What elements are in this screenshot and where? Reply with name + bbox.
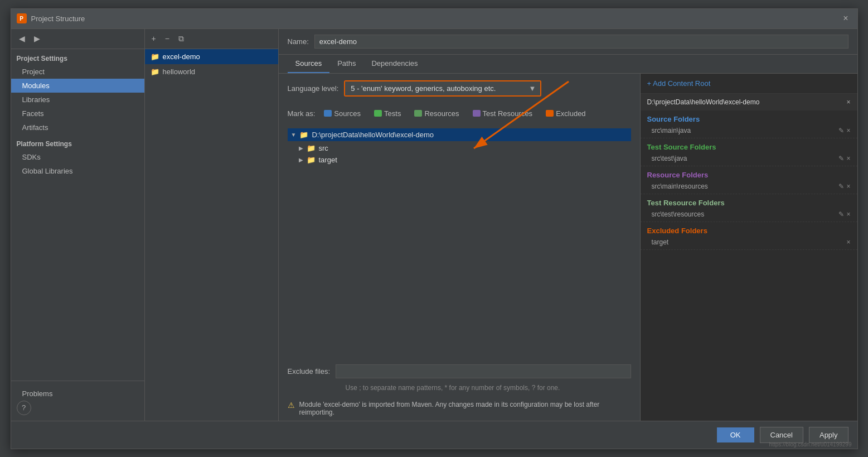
tree-root-item[interactable]: ▼ 📁 D:\projectData\helloWorld\excel-demo [288,128,631,141]
sidebar-item-problems[interactable]: Problems [17,387,139,401]
language-level-select-wrapper: 5 - 'enum' keyword, generics, autoboxing… [344,80,541,97]
name-input[interactable] [314,35,848,49]
tree-item-target[interactable]: ▶ 📁 target [299,154,631,166]
excluded-color-icon [546,110,554,117]
module-folder-icon: 📁 [151,52,159,61]
mark-excluded-button[interactable]: Excluded [541,108,590,119]
content-root-header: D:\projectData\helloWorld\excel-demo × [641,94,857,110]
remove-resource-folder-button[interactable]: × [846,182,850,190]
remove-source-folder-button[interactable]: × [846,127,850,134]
root-path-label: D:\projectData\helloWorld\excel-demo [312,131,434,139]
platform-settings-label: Platform Settings [11,134,144,150]
target-folder-icon: 📁 [307,156,316,164]
module-item-helloworld[interactable]: 📁 helloworld [145,64,278,79]
app-icon: P [17,13,27,23]
sidebar-bottom: Problems ? [11,381,144,421]
src-expand-icon: ▶ [299,145,303,151]
target-label: target [319,156,337,164]
mark-tests-button[interactable]: Tests [370,108,405,119]
copy-module-button[interactable]: ⧉ [176,33,186,45]
warning-row: ⚠ Module 'excel-demo' is imported from M… [279,396,640,421]
content-area: ◀ ▶ Project Settings Project Modules Lib… [11,29,857,421]
excluded-path: target [652,238,669,246]
module-list: + − ⧉ 📁 excel-demo 📁 helloworld [145,29,279,421]
language-level-select[interactable]: 5 - 'enum' keyword, generics, autoboxing… [345,81,540,95]
name-label: Name: [288,37,309,46]
sidebar-item-project[interactable]: Project [11,65,144,79]
resource-path: src\main\resources [652,182,708,190]
tab-sources[interactable]: Sources [288,55,330,73]
test-resource-folders-path-row: src\test\resources ✎ × [641,209,857,222]
edit-source-folder-button[interactable]: ✎ [838,127,844,134]
content-root-path: D:\projectData\helloWorld\excel-demo [647,98,760,106]
sidebar-item-facets[interactable]: Facets [11,107,144,121]
source-folders-header: Source Folders [641,110,857,126]
src-folder-icon: 📁 [307,144,316,152]
resource-folders-header: Resource Folders [641,166,857,181]
remove-excluded-folder-button[interactable]: × [846,238,850,246]
test-source-folders-path-row: src\test\java ✎ × [641,153,857,166]
excluded-folders-header: Excluded Folders [641,222,857,237]
module-item-excel-demo[interactable]: 📁 excel-demo [145,49,278,64]
tests-color-icon [374,110,382,117]
watermark-text: https://blog.csdn.net/u014199299 [769,441,852,448]
cancel-button[interactable]: Cancel [760,427,803,443]
bottom-bar: OK Cancel Apply [11,421,857,449]
back-button[interactable]: ◀ [16,33,28,44]
mark-resources-button[interactable]: Resources [410,108,463,119]
edit-test-source-folder-button[interactable]: ✎ [838,155,844,162]
exclude-files-row: Exclude files: [279,359,640,384]
sidebar-item-sdks[interactable]: SDKs [11,150,144,164]
folder-tree: ▼ 📁 D:\projectData\helloWorld\excel-demo… [279,124,640,359]
tab-paths[interactable]: Paths [329,55,363,73]
add-content-root-button[interactable]: + Add Content Root [641,74,857,94]
root-folder-icon: 📁 [299,131,308,139]
module-folder-icon-2: 📁 [151,68,159,76]
remove-test-resource-folder-button[interactable]: × [846,210,850,218]
sidebar-item-artifacts[interactable]: Artifacts [11,121,144,134]
project-structure-dialog: P Project Structure × ◀ ▶ Project Settin… [11,8,858,449]
close-button[interactable]: × [840,12,851,25]
language-level-label: Language level: [288,84,339,93]
add-module-button[interactable]: + [149,33,158,44]
target-expand-icon: ▶ [299,157,303,163]
title-bar: P Project Structure × [11,9,857,29]
resources-color-icon [414,110,422,117]
exclude-files-input[interactable] [336,364,631,378]
edit-resource-folder-button[interactable]: ✎ [838,182,844,190]
ok-button[interactable]: OK [717,427,754,442]
remove-content-root-button[interactable]: × [846,98,850,106]
left-panel: Language level: 5 - 'enum' keyword, gene… [279,74,640,421]
mark-sources-button[interactable]: Sources [319,108,365,119]
source-folders-path-row: src\main\java ✎ × [641,126,857,138]
exclude-files-label: Exclude files: [288,367,331,376]
tree-children: ▶ 📁 src ▶ 📁 target [299,142,631,166]
mark-test-resources-button[interactable]: Test Resources [468,108,537,119]
src-label: src [319,144,328,152]
tabs-row: Sources Paths Dependencies [279,55,857,74]
mark-as-label: Mark as: [288,109,316,118]
tree-item-src[interactable]: ▶ 📁 src [299,142,631,154]
forward-button[interactable]: ▶ [31,33,43,44]
sidebar-item-libraries[interactable]: Libraries [11,93,144,107]
dialog-title: Project Structure [31,15,840,23]
warning-icon: ⚠ [288,401,295,410]
main-content-panel: Name: Sources Paths Dependencies [279,29,857,421]
source-path: src\main\java [652,127,691,134]
project-settings-label: Project Settings [11,49,144,65]
help-button[interactable]: ? [17,401,31,415]
edit-test-resource-folder-button[interactable]: ✎ [838,210,844,218]
mark-as-row: Mark as: Sources Tests Resources [279,103,640,124]
exclude-hint-text: Use ; to separate name patterns, * for a… [279,384,640,396]
tab-dependencies[interactable]: Dependencies [363,55,425,73]
apply-button[interactable]: Apply [809,427,848,443]
right-panel: + Add Content Root D:\projectData\helloW… [640,74,857,421]
sidebar-item-modules[interactable]: Modules [11,79,144,93]
tree-expand-icon: ▼ [291,132,297,138]
remove-test-source-folder-button[interactable]: × [846,155,850,162]
language-level-row: Language level: 5 - 'enum' keyword, gene… [279,74,640,103]
sidebar-item-global-libraries[interactable]: Global Libraries [11,164,144,178]
module-list-toolbar: + − ⧉ [145,29,278,49]
remove-module-button[interactable]: − [163,33,172,44]
nav-toolbar: ◀ ▶ [11,29,144,49]
